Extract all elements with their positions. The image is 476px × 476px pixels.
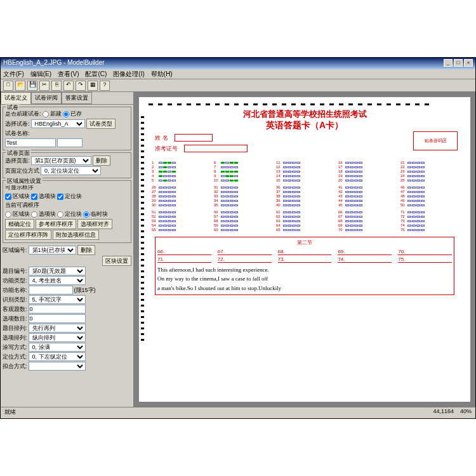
label-smear: 涂写方式: <box>3 343 27 352</box>
menu-help[interactable]: 帮助(H) <box>151 70 173 78</box>
select-opt-arr[interactable]: 纵向排列 <box>29 333 86 342</box>
select-loc-mode[interactable]: 0, 下左纵定位 <box>29 352 86 361</box>
menu-edit[interactable]: 编辑(E) <box>30 70 51 78</box>
label-block-num: 区域编号: <box>3 246 27 255</box>
menu-view[interactable]: 查看(V) <box>58 70 79 78</box>
opt-n-input[interactable] <box>29 314 86 323</box>
menu-image[interactable]: 图像处理(I) <box>113 70 144 78</box>
label-page-locate: 页面定位方式 <box>5 167 39 175</box>
answer-sheet: 河北省普通高等学校招生统照考试 英语答题卡（A卡） 贴条形码区 姓 名 准考证号… <box>139 97 470 402</box>
tool-help-icon[interactable]: ? <box>100 81 110 91</box>
rb-temp[interactable] <box>83 211 89 218</box>
select-exam[interactable]: HBEnglish_A <box>31 119 85 128</box>
statusbar: 就绪 44,1164 40% <box>1 407 475 417</box>
essay-section: 第二节 66.67.68.69.70.71.72.73.74.75. This … <box>155 237 454 295</box>
group-page-title: 试卷页面 <box>6 149 31 157</box>
section2-title: 第二节 <box>157 239 452 246</box>
close-button[interactable]: × <box>464 59 473 67</box>
ref-frame-button[interactable]: 参考框序框序 <box>36 219 76 229</box>
cb-option[interactable] <box>31 194 37 200</box>
delete-page-button[interactable]: 删除 <box>93 155 110 166</box>
window-buttons: _ □ × <box>444 59 473 68</box>
left-panel: 试卷定义 试卷评阅 答案设置 试卷 是否新建试卷: 新建 已存 选择试卷: HB… <box>1 92 134 407</box>
minimize-button[interactable]: _ <box>444 59 453 67</box>
radio-saved[interactable] <box>63 111 69 117</box>
window-title: HBEnglish_A_2.JPG - ModelBuilder <box>3 59 105 68</box>
tool-fit-icon[interactable]: ▦ <box>88 81 98 91</box>
tool-open-icon[interactable]: 📂 <box>15 81 25 91</box>
timing-marks-left <box>141 116 144 341</box>
label-adjust-frame: 当前可调框序 <box>5 201 39 209</box>
select-smear[interactable]: 0, 涂满 <box>29 343 86 352</box>
label-opt-arr: 选项排列: <box>3 334 27 342</box>
menu-config[interactable]: 配置(C) <box>85 70 107 78</box>
select-locate[interactable]: 0, 定位块定位 <box>41 166 101 175</box>
align-option-button[interactable]: 选项框对齐 <box>77 219 112 229</box>
tool-new-icon[interactable]: □ <box>3 81 13 91</box>
select-fit-mode[interactable] <box>29 362 86 371</box>
select-page[interactable]: 第1页(已存页面) <box>31 156 91 165</box>
label-exam-no: 准考证号 <box>155 145 178 153</box>
label-func-name: 功能名称: <box>3 286 27 294</box>
group-region-title: 区域属性设置 <box>6 177 43 185</box>
locate-matrix-button[interactable]: 定位框序框序阵 <box>5 230 51 240</box>
block-config-button[interactable]: 区块设置 <box>102 256 131 266</box>
label-func-type: 功能类型: <box>3 277 27 285</box>
exam-suffix-input[interactable] <box>57 138 83 147</box>
delete-block-button[interactable]: 删除 <box>77 245 95 255</box>
rb-region[interactable] <box>5 211 11 218</box>
select-block[interactable]: 第1块(已存块 <box>29 246 76 255</box>
select-q-arr[interactable]: 先行再列 <box>29 324 86 333</box>
label-fit-mode: 拟合方式: <box>3 362 27 371</box>
label-obj-q: 客观题数: <box>3 305 27 314</box>
preview-area[interactable]: 河北省普通高等学校招生统照考试 英语答题卡（A卡） 贴条形码区 姓 名 准考证号… <box>134 92 475 407</box>
obj-q-input[interactable] <box>29 305 86 314</box>
precise-locate-button[interactable]: 精确定位 <box>5 219 34 229</box>
status-ready: 就绪 <box>4 408 16 416</box>
maximize-button[interactable]: □ <box>454 59 463 67</box>
exam-name-input[interactable] <box>5 138 56 147</box>
tab-answer[interactable]: 答案设置 <box>62 92 92 104</box>
select-rec-type[interactable]: 5, 手写汉字 <box>29 295 86 304</box>
tool-save-icon[interactable]: 💾 <box>27 81 37 91</box>
label-select-exam: 选择试卷: <box>5 120 30 128</box>
tab-define[interactable]: 试卷定义 <box>1 92 31 104</box>
label-select-page: 选择页面: <box>5 157 30 165</box>
toolbar: □ 📂 💾 ✂ ⎘ ↶ ↷ ▦ ? <box>1 79 475 92</box>
label-q-arr: 题目排列: <box>3 324 27 333</box>
label-q-num: 题目编号: <box>3 267 27 275</box>
radio-new[interactable] <box>43 111 49 117</box>
cb-region[interactable] <box>5 194 11 200</box>
rb-option[interactable] <box>31 211 37 218</box>
sheet-subtitle: 英语答题卡（A卡） <box>149 120 461 131</box>
tool-cut-icon[interactable]: ✂ <box>39 81 50 91</box>
func-name-input[interactable] <box>29 286 73 294</box>
tool-copy-icon[interactable]: ⎘ <box>51 81 62 91</box>
cb-locate[interactable] <box>57 194 63 200</box>
bubble-grid: 1234567891011121314151617181920212223242… <box>152 161 458 232</box>
examno-field <box>184 145 248 152</box>
timing-marks-top <box>149 103 461 105</box>
tool-redo-icon[interactable]: ↷ <box>76 81 86 91</box>
essay-text: This afternoon,I had such interesting ex… <box>157 265 452 293</box>
tab-review[interactable]: 试卷评阅 <box>31 92 62 104</box>
select-func-type[interactable]: 4, 考生姓名 <box>29 276 86 285</box>
name-field <box>175 134 213 142</box>
label-opt-n: 选项数目: <box>3 315 27 323</box>
extra-option-button[interactable]: 附加选项框信息 <box>53 230 99 240</box>
label-exam-name: 试卷名称: <box>5 129 30 138</box>
blank-numbers: 66.67.68.69.70.71.72.73.74.75. <box>157 249 452 263</box>
barcode-area: 贴条形码区 <box>413 131 458 150</box>
rb-locate[interactable] <box>57 211 63 218</box>
sheet-title: 河北省普通高等学校招生统照考试 <box>149 109 461 120</box>
menu-file[interactable]: 文件(F) <box>3 70 24 78</box>
group-exam-title: 试卷 <box>6 103 20 112</box>
status-zoom: 40% <box>460 408 472 414</box>
tool-undo-icon[interactable]: ↶ <box>63 81 74 91</box>
label-name: 姓 名 <box>155 134 168 142</box>
exam-type-button[interactable]: 试卷类型 <box>86 119 116 129</box>
status-coords: 44,1164 <box>433 408 454 414</box>
select-question[interactable]: 第0题(无效题 <box>29 267 86 275</box>
label-loc-mode: 定位方式: <box>3 353 27 361</box>
titlebar: HBEnglish_A_2.JPG - ModelBuilder _ □ × <box>1 58 475 69</box>
